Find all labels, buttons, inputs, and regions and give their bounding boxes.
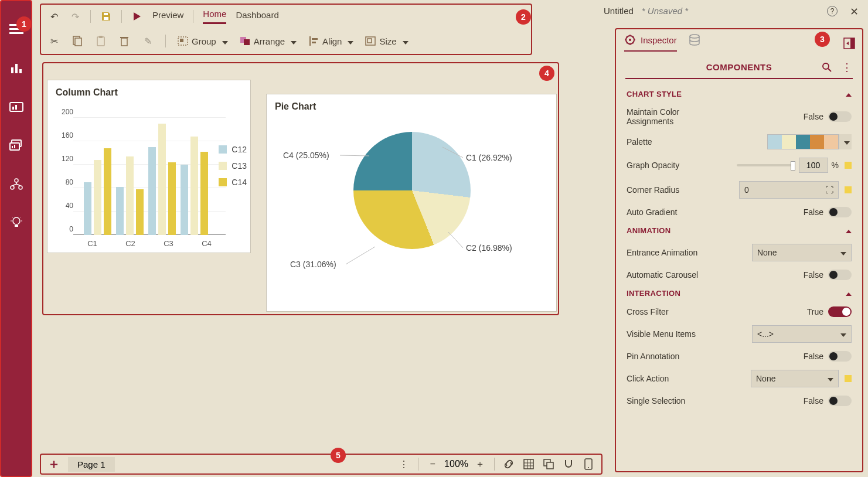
svg-rect-12 xyxy=(14,145,15,148)
zoom-out-icon[interactable]: − xyxy=(427,458,438,470)
grid-icon[interactable] xyxy=(523,458,535,470)
palette-swatches[interactable] xyxy=(767,134,839,149)
callout-4: 4 xyxy=(539,66,554,81)
page-menu-icon[interactable]: ⋮ xyxy=(398,458,410,470)
format-paint-icon[interactable]: ✎ xyxy=(142,35,154,47)
arrange-button[interactable]: Arrange xyxy=(240,36,297,46)
svg-rect-3 xyxy=(11,67,13,73)
svg-rect-4 xyxy=(15,64,18,73)
svg-rect-19 xyxy=(104,17,108,20)
toggle-auto-carousel[interactable] xyxy=(828,270,852,280)
indicator-icon xyxy=(845,375,852,382)
redo-icon[interactable]: ↷ xyxy=(69,11,81,22)
zoom-in-icon[interactable]: ＋ xyxy=(474,458,486,470)
prop-palette: Palette xyxy=(627,137,652,146)
prop-single-selection: Single Selection xyxy=(627,396,685,406)
overlap-icon[interactable] xyxy=(543,458,554,470)
help-icon[interactable]: ? xyxy=(827,6,838,16)
mobile-icon[interactable] xyxy=(583,458,594,470)
section-interaction[interactable]: INTERACTION xyxy=(627,289,852,298)
pie-chart-card[interactable]: Pie Chart C1 (26.92%) C2 (16.98%) C3 (31… xyxy=(266,94,557,312)
prop-visible-menu: Visible Menu Items xyxy=(627,329,696,339)
data-tab[interactable] xyxy=(689,34,700,52)
unsaved-status: * Unsaved * xyxy=(642,6,688,16)
column-chart-title: Column Chart xyxy=(47,80,250,100)
svg-rect-23 xyxy=(99,36,103,38)
folder-chart-icon[interactable] xyxy=(9,99,24,114)
canvas[interactable]: Column Chart 20016012080400 C1C2C3C4 C12… xyxy=(42,62,559,315)
undo-icon[interactable]: ↶ xyxy=(48,11,60,22)
group-button[interactable]: Group xyxy=(178,36,228,46)
svg-point-14 xyxy=(11,186,14,189)
copy-icon[interactable] xyxy=(72,35,83,47)
opacity-input[interactable] xyxy=(799,158,828,173)
page-tab[interactable]: Page 1 xyxy=(68,457,115,472)
search-icon[interactable] xyxy=(821,62,833,73)
svg-point-40 xyxy=(823,63,829,69)
title-text: Untitled xyxy=(604,6,634,16)
svg-rect-39 xyxy=(850,38,855,49)
paste-icon[interactable] xyxy=(95,35,107,47)
cut-icon[interactable]: ✂ xyxy=(48,35,60,47)
play-icon[interactable] xyxy=(131,11,143,22)
inspector-header: COMPONENTS xyxy=(706,62,772,72)
x-axis: C1C2C3C4 xyxy=(73,239,226,248)
pie-label-c4: C4 (25.05%) xyxy=(283,151,329,160)
close-icon[interactable]: ✕ xyxy=(848,6,860,18)
add-page-icon[interactable]: ＋ xyxy=(48,458,60,470)
section-chart-style[interactable]: CHART STYLE xyxy=(627,90,852,98)
tab-dashboard[interactable]: Dashboard xyxy=(236,10,278,23)
svg-point-37 xyxy=(690,35,699,38)
callout-3: 3 xyxy=(815,32,830,47)
svg-rect-5 xyxy=(19,69,22,73)
inspector-tab[interactable]: Inspector xyxy=(624,34,677,52)
toggle-maintain-color[interactable] xyxy=(828,111,852,122)
bottom-bar: ＋ Page 1 ⋮ − 100% ＋ xyxy=(40,454,603,475)
column-legend: C12C13C14 xyxy=(219,145,247,194)
size-button[interactable]: Size xyxy=(365,36,408,46)
align-button[interactable]: Align xyxy=(308,36,353,46)
column-chart-card[interactable]: Column Chart 20016012080400 C1C2C3C4 C12… xyxy=(47,80,251,253)
svg-rect-41 xyxy=(524,459,533,469)
callout-1: 1 xyxy=(16,16,32,32)
toggle-single-selection[interactable] xyxy=(828,396,852,406)
hierarchy-icon[interactable] xyxy=(9,176,24,192)
tab-preview[interactable]: Preview xyxy=(152,10,183,23)
toggle-auto-gradient[interactable] xyxy=(828,207,852,217)
prop-entrance-animation: Entrance Animation xyxy=(627,248,697,257)
delete-icon[interactable] xyxy=(118,35,130,47)
y-axis: 20016012080400 xyxy=(53,112,73,253)
bar-chart-icon[interactable] xyxy=(9,60,24,76)
svg-point-45 xyxy=(588,467,589,468)
column-plot-area xyxy=(73,112,226,235)
pie-label-c3: C3 (31.06%) xyxy=(290,260,336,269)
prop-opacity: Graph Opacity xyxy=(627,161,679,170)
layers-chart-icon[interactable] xyxy=(9,138,24,153)
opacity-slider[interactable] xyxy=(737,164,795,166)
toggle-pin-annotation[interactable] xyxy=(828,351,852,362)
inspector-panel: Inspector COMPONENTS ⋮ CHART STYLE Maint… xyxy=(615,28,863,472)
palette-dropdown[interactable] xyxy=(839,134,852,149)
svg-rect-21 xyxy=(75,38,81,46)
collapse-panel-icon[interactable] xyxy=(843,38,855,49)
more-icon[interactable]: ⋮ xyxy=(841,62,853,73)
corner-radius-input[interactable]: 0⛶ xyxy=(739,181,839,199)
expand-icon[interactable]: ⛶ xyxy=(825,185,833,195)
snap-icon[interactable] xyxy=(563,458,574,470)
toggle-cross-filter[interactable] xyxy=(828,306,852,317)
prop-auto-carousel: Automatic Carousel xyxy=(627,270,698,280)
click-action-select[interactable]: None xyxy=(751,370,839,387)
indicator-icon xyxy=(845,186,852,193)
visible-menu-select[interactable]: <...> xyxy=(752,325,852,343)
link-icon[interactable] xyxy=(503,458,515,470)
svg-rect-7 xyxy=(12,107,14,110)
entrance-animation-select[interactable]: None xyxy=(752,244,852,261)
prop-auto-gradient: Auto Gradient xyxy=(627,207,677,217)
lightbulb-icon[interactable] xyxy=(9,215,24,230)
section-animation[interactable]: ANIMATION xyxy=(627,226,852,235)
pie-label-c1: C1 (26.92%) xyxy=(466,153,512,162)
save-icon[interactable] xyxy=(100,11,112,22)
tab-home[interactable]: Home xyxy=(203,9,226,24)
svg-rect-17 xyxy=(15,225,18,227)
pie-visual xyxy=(353,132,471,249)
